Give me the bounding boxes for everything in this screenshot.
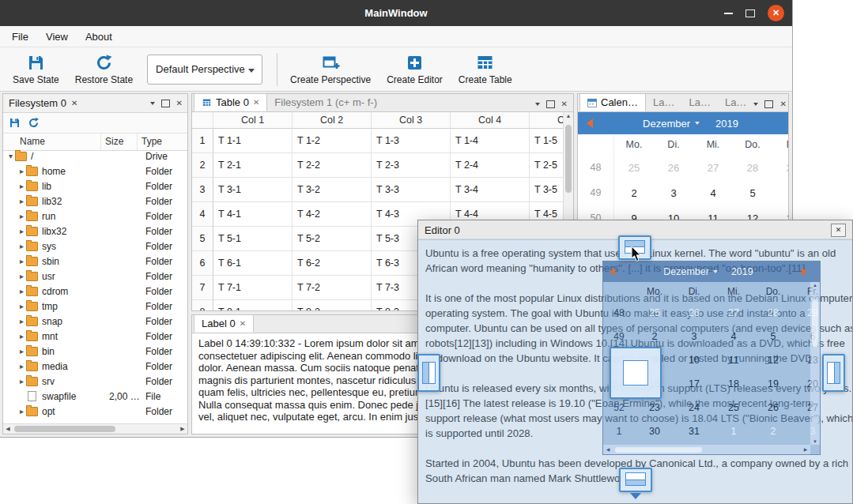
scroll-left-icon[interactable]: ◀: [3, 424, 13, 434]
scrollbar-thumb[interactable]: [565, 125, 572, 193]
save-icon[interactable]: [9, 117, 21, 129]
tab-label-0[interactable]: Label 0 ✕: [194, 314, 254, 333]
tab-filesystem-1-c-m-f[interactable]: Filesystem 1 (c+ m- f-): [267, 93, 384, 111]
restore-state-button[interactable]: Restore State: [67, 51, 141, 88]
tab-la-2[interactable]: La…: [681, 93, 717, 111]
tree-row[interactable]: ▸libFolder: [3, 179, 187, 194]
table-cell[interactable]: T 2-5: [530, 153, 563, 178]
minimize-button[interactable]: [724, 13, 733, 14]
dock-close-button[interactable]: ✕: [176, 100, 183, 107]
close-button[interactable]: ✕: [768, 5, 784, 21]
calendar-day[interactable]: 28: [733, 162, 772, 174]
expander-icon[interactable]: ▸: [17, 212, 26, 220]
horizontal-scrollbar[interactable]: ◀ ▶: [3, 423, 187, 434]
dock-indicator-center[interactable]: [610, 347, 662, 399]
maximize-button[interactable]: [745, 9, 755, 17]
table-cell[interactable]: T 8-1: [213, 300, 293, 310]
calendar-day[interactable]: 2: [614, 187, 654, 199]
tab-la-1[interactable]: La…: [646, 93, 681, 111]
dock-float-icon[interactable]: [764, 100, 773, 108]
dock-menu-icon[interactable]: [535, 103, 540, 106]
tree-row[interactable]: ▸optFolder: [3, 404, 187, 419]
column-header-type[interactable]: Type: [138, 134, 187, 150]
expander-icon[interactable]: ▸: [17, 407, 26, 416]
table-cell[interactable]: T 1-4: [451, 129, 530, 153]
expander-icon[interactable]: ▸: [17, 377, 26, 386]
calendar-day[interactable]: 25: [614, 162, 654, 174]
tree-row[interactable]: ▸usrFolder: [3, 269, 187, 284]
tree-row[interactable]: ▾/Drive: [3, 149, 187, 164]
tree-row[interactable]: ▸runFolder: [3, 209, 187, 224]
expander-icon[interactable]: ▸: [17, 272, 26, 280]
tab-la-3[interactable]: La…: [718, 93, 753, 111]
dock-menu-icon[interactable]: [150, 102, 155, 105]
table-cell[interactable]: T 5-2: [293, 227, 372, 251]
column-header[interactable]: Col 1: [213, 112, 293, 129]
row-header[interactable]: 7: [192, 276, 213, 300]
menu-item-view[interactable]: View: [37, 26, 77, 47]
column-header[interactable]: Col 2: [293, 112, 372, 129]
calendar-day[interactable]: 3: [654, 187, 693, 199]
row-header[interactable]: 8: [192, 300, 213, 310]
tab-close-icon[interactable]: ✕: [240, 319, 246, 328]
expander-icon[interactable]: ▸: [17, 332, 26, 340]
calendar-day[interactable]: 5: [733, 187, 772, 199]
dock-indicator-bottom[interactable]: [619, 468, 652, 492]
tab-close-icon[interactable]: ✕: [253, 98, 259, 107]
table-cell[interactable]: T 3-5: [530, 178, 563, 202]
table-cell[interactable]: T 1-1: [213, 129, 293, 153]
expander-icon[interactable]: ▸: [17, 302, 26, 310]
calendar-day[interactable]: 27: [693, 162, 733, 174]
tree-row[interactable]: ▸sbinFolder: [3, 254, 187, 269]
editor-close-button[interactable]: ✕: [831, 224, 846, 237]
row-header[interactable]: 5: [192, 227, 213, 251]
calendar-month[interactable]: Dezember: [643, 118, 690, 130]
tree-row[interactable]: ▸cdromFolder: [3, 284, 187, 299]
tree-row[interactable]: ▸sysFolder: [3, 239, 187, 254]
table-cell[interactable]: T 2-3: [372, 153, 451, 178]
create-perspective-button[interactable]: Create Perspective: [282, 51, 379, 88]
tree-row[interactable]: ▸srvFolder: [3, 374, 187, 389]
tree-row[interactable]: ▸tmpFolder: [3, 299, 187, 314]
tab-calen-0[interactable]: Calen…: [579, 93, 646, 111]
calendar-day[interactable]: 6: [772, 187, 789, 199]
table-cell[interactable]: T 6-1: [213, 251, 293, 276]
expander-icon[interactable]: ▸: [17, 287, 26, 295]
dock-close-button[interactable]: ✕: [779, 100, 786, 108]
perspective-dropdown[interactable]: Default Perspective: [147, 55, 262, 85]
dock-indicator-right[interactable]: [822, 354, 845, 392]
table-cell[interactable]: T 2-4: [451, 153, 530, 178]
tree-row[interactable]: ▸libx32Folder: [3, 224, 187, 239]
tree-row[interactable]: ▸mntFolder: [3, 329, 187, 344]
table-cell[interactable]: T 3-2: [293, 178, 372, 202]
column-header-size[interactable]: Size: [101, 134, 138, 150]
tree-row[interactable]: ▸homeFolder: [3, 164, 187, 179]
tree-row[interactable]: ▸binFolder: [3, 344, 187, 359]
tree-row[interactable]: swapfile2,00 …File: [3, 389, 187, 404]
calendar-day[interactable]: 4: [693, 187, 733, 199]
filesystem-dock-titlebar[interactable]: Filesystem 0 ✕ ✕: [3, 94, 187, 113]
tree-row[interactable]: ▸snapFolder: [3, 314, 187, 329]
calendar-day[interactable]: 26: [654, 162, 693, 174]
dock-close-icon[interactable]: ✕: [71, 100, 77, 107]
expander-icon[interactable]: ▸: [17, 197, 26, 205]
table-cell[interactable]: T 7-2: [293, 276, 372, 300]
expander-icon[interactable]: ▸: [17, 182, 26, 190]
scrollbar-thumb[interactable]: [14, 426, 115, 432]
expander-icon[interactable]: ▸: [17, 257, 26, 265]
tree-row[interactable]: ▸lib32Folder: [3, 194, 187, 209]
table-cell[interactable]: T 8-2: [293, 300, 372, 310]
expander-icon[interactable]: ▸: [17, 227, 26, 235]
row-header[interactable]: 2: [192, 153, 213, 178]
expander-icon[interactable]: ▾: [6, 152, 15, 160]
column-header[interactable]: Col 3: [372, 112, 451, 129]
row-header[interactable]: 3: [192, 178, 213, 202]
table-cell[interactable]: T 1-2: [293, 129, 372, 153]
restore-icon[interactable]: [28, 117, 40, 129]
expander-icon[interactable]: ▸: [17, 167, 26, 175]
create-table-button[interactable]: Create Table: [451, 51, 520, 88]
table-cell[interactable]: T 4-2: [293, 202, 372, 227]
dock-float-icon[interactable]: [161, 100, 170, 107]
menu-item-about[interactable]: About: [77, 26, 121, 47]
table-cell[interactable]: T 7-1: [213, 276, 293, 300]
